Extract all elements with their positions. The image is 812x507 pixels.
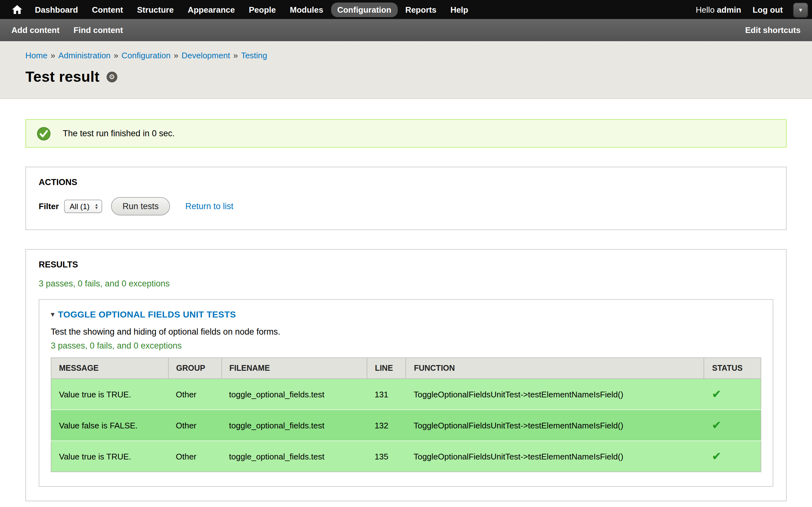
breadcrumb-development[interactable]: Development <box>182 51 230 60</box>
select-down-icon: ▼ <box>95 206 98 210</box>
col-header-filename: FILENAME <box>221 358 367 379</box>
toolbar-item-help[interactable]: Help <box>444 2 474 17</box>
run-tests-button[interactable]: Run tests <box>111 197 170 216</box>
select-arrows-icon: ▲▼ <box>95 203 98 210</box>
results-legend: RESULTS <box>39 260 773 269</box>
shortcut-bar: Add content Find content Edit shortcuts <box>0 19 812 41</box>
results-table: MESSAGE GROUP FILENAME LINE FUNCTION STA… <box>51 357 761 472</box>
home-icon[interactable] <box>6 5 28 14</box>
cell-message: Value false is FALSE. <box>51 410 168 441</box>
col-header-message: MESSAGE <box>51 358 168 379</box>
results-fieldset: RESULTS 3 passes, 0 fails, and 0 excepti… <box>26 249 786 501</box>
logout-link[interactable]: Log out <box>753 5 783 14</box>
cell-line: 135 <box>367 441 406 472</box>
toolbar-item-structure[interactable]: Structure <box>131 2 180 17</box>
home-icon-glyph <box>12 5 22 14</box>
col-header-status: STATUS <box>704 358 761 379</box>
col-header-line: LINE <box>367 358 406 379</box>
breadcrumb-separator: » <box>114 51 118 60</box>
toolbar-item-modules[interactable]: Modules <box>284 2 329 17</box>
actions-row: Filter All (1) ▲▼ Run tests Return to li… <box>39 197 773 216</box>
cell-message: Value true is TRUE. <box>51 379 168 410</box>
test-group-fieldset: ▾ TOGGLE OPTIONAL FIELDS UNIT TESTS Test… <box>39 299 773 487</box>
breadcrumb: Home»Administration»Configuration»Develo… <box>26 51 786 60</box>
toolbar-item-people[interactable]: People <box>242 2 282 17</box>
breadcrumb-separator: » <box>174 51 178 60</box>
table-row: Value true is TRUE. Other toggle_optiona… <box>51 441 761 472</box>
shortcut-find-content[interactable]: Find content <box>73 25 123 35</box>
admin-toolbar: Dashboard Content Structure Appearance P… <box>0 0 812 19</box>
toolbar-user-area: Hello admin Log out <box>696 5 806 14</box>
page-header: Home»Administration»Configuration»Develo… <box>0 41 812 99</box>
toolbar-item-dashboard[interactable]: Dashboard <box>29 2 84 17</box>
greeting-prefix: Hello <box>696 5 717 14</box>
cell-group: Other <box>168 379 221 410</box>
toolbar-toggle-button[interactable]: ▾ <box>793 3 808 18</box>
results-summary: 3 passes, 0 fails, and 0 exceptions <box>39 279 773 288</box>
breadcrumb-testing[interactable]: Testing <box>241 51 267 60</box>
cell-filename: toggle_optional_fields.test <box>221 379 367 410</box>
pass-check-icon: ✔ <box>712 419 721 432</box>
results-table-body: Value true is TRUE. Other toggle_optiona… <box>51 379 761 472</box>
cell-group: Other <box>168 441 221 472</box>
cell-status: ✔ <box>704 410 761 441</box>
cell-status: ✔ <box>704 441 761 472</box>
cell-line: 131 <box>367 379 406 410</box>
pass-check-icon: ✔ <box>712 450 721 463</box>
status-message: The test run finished in 0 sec. <box>26 119 786 148</box>
col-header-function: FUNCTION <box>406 358 704 379</box>
test-group-description: Test the showing and hiding of optional … <box>51 327 761 337</box>
actions-legend: ACTIONS <box>39 177 773 187</box>
gear-icon: ⚙ <box>109 73 115 80</box>
cell-filename: toggle_optional_fields.test <box>221 441 367 472</box>
filter-select-value: All (1) <box>70 202 90 211</box>
cell-message: Value true is TRUE. <box>51 441 168 472</box>
table-header-row: MESSAGE GROUP FILENAME LINE FUNCTION STA… <box>51 358 761 379</box>
shortcut-add-content[interactable]: Add content <box>11 25 60 35</box>
edit-shortcuts-link[interactable]: Edit shortcuts <box>745 25 801 35</box>
page: Dashboard Content Structure Appearance P… <box>0 0 812 507</box>
toolbar-item-reports[interactable]: Reports <box>399 2 443 17</box>
filter-label: Filter <box>39 202 59 211</box>
filter-select[interactable]: All (1) ▲▼ <box>64 200 102 213</box>
table-row: Value false is FALSE. Other toggle_optio… <box>51 410 761 441</box>
username: admin <box>717 5 741 14</box>
cell-function: ToggleOptionalFieldsUnitTest->testElemen… <box>406 379 704 410</box>
breadcrumb-separator: » <box>233 51 238 60</box>
breadcrumb-configuration[interactable]: Configuration <box>121 51 171 60</box>
status-ok-icon <box>37 126 51 140</box>
test-group-summary: 3 passes, 0 fails, and 0 exceptions <box>51 341 761 350</box>
actions-fieldset: ACTIONS Filter All (1) ▲▼ Run tests Retu… <box>26 167 786 230</box>
breadcrumb-administration[interactable]: Administration <box>58 51 111 60</box>
cell-line: 132 <box>367 410 406 441</box>
page-title: Test result <box>26 68 100 86</box>
collapse-caret-icon: ▾ <box>51 310 55 319</box>
breadcrumb-home[interactable]: Home <box>26 51 47 60</box>
toolbar-item-appearance[interactable]: Appearance <box>182 2 241 17</box>
cell-filename: toggle_optional_fields.test <box>221 410 367 441</box>
toolbar-item-content[interactable]: Content <box>86 2 130 17</box>
test-group-title: TOGGLE OPTIONAL FIELDS UNIT TESTS <box>58 309 236 320</box>
cell-status: ✔ <box>704 379 761 410</box>
status-message-text: The test run finished in 0 sec. <box>63 129 175 138</box>
test-group-toggle[interactable]: ▾ TOGGLE OPTIONAL FIELDS UNIT TESTS <box>51 309 236 320</box>
main-content: The test run finished in 0 sec. ACTIONS … <box>0 99 812 507</box>
table-row: Value true is TRUE. Other toggle_optiona… <box>51 379 761 410</box>
title-row: Test result ⚙ <box>26 68 786 86</box>
cell-function: ToggleOptionalFieldsUnitTest->testElemen… <box>406 441 704 472</box>
col-header-group: GROUP <box>168 358 221 379</box>
user-greeting: Hello admin <box>696 5 741 14</box>
pass-check-icon: ✔ <box>712 388 721 400</box>
contextual-gear-button[interactable]: ⚙ <box>107 72 117 82</box>
return-to-list-link[interactable]: Return to list <box>185 202 234 211</box>
cell-function: ToggleOptionalFieldsUnitTest->testElemen… <box>406 410 704 441</box>
results-table-head: MESSAGE GROUP FILENAME LINE FUNCTION STA… <box>51 358 761 379</box>
cell-group: Other <box>168 410 221 441</box>
toolbar-item-configuration[interactable]: Configuration <box>331 2 397 17</box>
chevron-down-icon: ▾ <box>799 7 802 13</box>
breadcrumb-separator: » <box>50 51 55 60</box>
